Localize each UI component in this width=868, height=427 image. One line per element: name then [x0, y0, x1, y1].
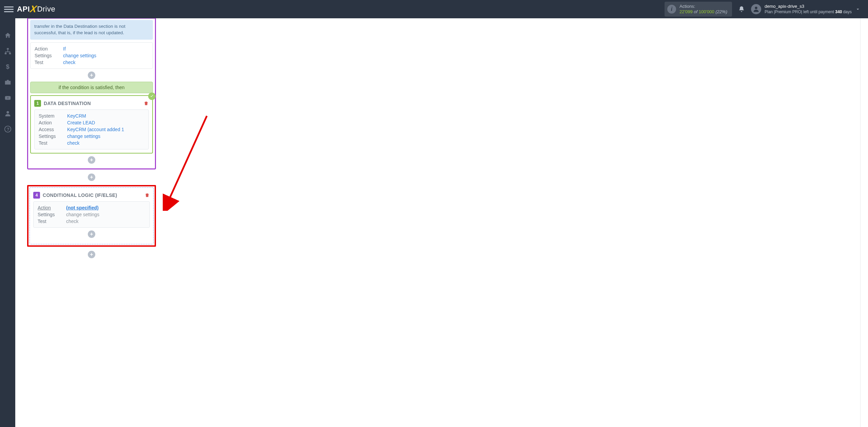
info-note: transfer in the Data Destination section…: [30, 20, 153, 40]
scrollbar-track[interactable]: [860, 18, 861, 427]
block4-title: CONDITIONAL LOGIC (IF/ELSE): [43, 192, 117, 198]
block3-settings-card: ActionIf Settingschange settings Testche…: [30, 42, 153, 69]
side-rail: $ ?: [0, 18, 15, 427]
notifications-bell-icon[interactable]: [738, 6, 745, 13]
block4-badge: 4: [33, 192, 40, 199]
condition-satisfied-banner: if the condition is satisfied, then: [30, 82, 153, 93]
dest-action-link[interactable]: Create LEAD: [67, 120, 95, 125]
conditional-logic-block-4: 4 CONDITIONAL LOGIC (IF/ELSE) Action(not…: [29, 187, 154, 244]
dest-kv-card: SystemKeyCRM ActionCreate LEAD AccessKey…: [34, 109, 149, 149]
add-block-after-4[interactable]: +: [88, 251, 95, 258]
dest-test-link[interactable]: check: [67, 140, 80, 146]
avatar-icon: [751, 4, 761, 14]
check-circle-icon: [148, 93, 156, 100]
logo-drive: Drive: [37, 5, 55, 14]
user-menu[interactable]: demo_apix-drive_s3 Plan |Premium PRO| le…: [751, 4, 864, 15]
actions-of: of: [693, 9, 699, 14]
dest-settings-link[interactable]: change settings: [67, 134, 100, 139]
block3-test-link[interactable]: check: [63, 60, 76, 65]
actions-total: 100'000: [699, 9, 714, 14]
data-destination-block: 1 DATA DESTINATION SystemKeyCRM ActionCr…: [30, 95, 153, 154]
svg-rect-1: [7, 48, 9, 50]
svg-text:$: $: [6, 63, 9, 70]
hamburger-menu-button[interactable]: [4, 4, 14, 14]
video-icon[interactable]: [4, 94, 12, 102]
briefcase-icon[interactable]: [4, 79, 12, 86]
delete-block4-icon[interactable]: [144, 192, 150, 198]
actions-usage-box[interactable]: i Actions: 22'099 of 100'000 (22%): [665, 2, 732, 16]
block4-kv-card: Action(not specified) Settingschange set…: [33, 201, 150, 228]
add-step-inside-block3[interactable]: +: [88, 72, 95, 79]
delete-dest-icon[interactable]: [143, 101, 149, 106]
svg-point-6: [6, 111, 9, 114]
user-plan: Plan |Premium PRO| left until payment 34…: [765, 9, 852, 15]
user-icon[interactable]: [4, 110, 12, 117]
dollar-icon[interactable]: $: [4, 63, 12, 70]
actions-pct: (22%): [714, 9, 727, 14]
conditional-logic-block-3: transfer in the Data Destination section…: [27, 18, 156, 169]
actions-text: Actions: 22'099 of 100'000 (22%): [679, 4, 727, 14]
user-text: demo_apix-drive_s3 Plan |Premium PRO| le…: [765, 4, 852, 15]
sitemap-icon[interactable]: [4, 47, 12, 55]
svg-line-9: [169, 116, 207, 200]
brand-logo[interactable]: APIXDrive: [17, 4, 55, 14]
info-icon: i: [667, 5, 676, 14]
block4-action-link[interactable]: (not specified): [66, 205, 99, 210]
add-step-inside-block4[interactable]: +: [88, 230, 95, 238]
svg-rect-2: [4, 53, 6, 55]
user-name: demo_apix-drive_s3: [765, 4, 852, 9]
main-canvas: transfer in the Data Destination section…: [15, 18, 868, 427]
conditional-logic-block-4-highlight: 4 CONDITIONAL LOGIC (IF/ELSE) Action(not…: [27, 185, 156, 247]
top-right-group: i Actions: 22'099 of 100'000 (22%) demo_…: [665, 2, 864, 16]
svg-rect-3: [9, 53, 11, 55]
add-step-after-dest[interactable]: +: [88, 156, 95, 164]
svg-point-0: [755, 7, 757, 9]
block4-test-text: check: [66, 219, 79, 224]
chevron-down-icon: [855, 6, 861, 12]
dest-access-link[interactable]: KeyCRM (account added 1: [67, 127, 124, 132]
block3-settings-link[interactable]: change settings: [63, 53, 96, 58]
dest-badge: 1: [34, 100, 41, 107]
top-bar: APIXDrive i Actions: 22'099 of 100'000 (…: [0, 0, 868, 18]
actions-current: 22'099: [679, 9, 693, 14]
help-icon[interactable]: ?: [4, 125, 12, 133]
add-block-between[interactable]: +: [88, 174, 95, 181]
dest-title: DATA DESTINATION: [44, 101, 91, 106]
red-arrow-annotation: [163, 113, 214, 211]
logo-api: API: [17, 5, 30, 14]
dest-system-link[interactable]: KeyCRM: [67, 113, 86, 119]
svg-text:?: ?: [6, 127, 9, 132]
block3-action-link[interactable]: If: [63, 46, 66, 52]
logo-x: X: [29, 4, 38, 14]
block4-settings-text: change settings: [66, 212, 99, 217]
home-icon[interactable]: [4, 32, 12, 39]
actions-label: Actions:: [679, 4, 727, 9]
